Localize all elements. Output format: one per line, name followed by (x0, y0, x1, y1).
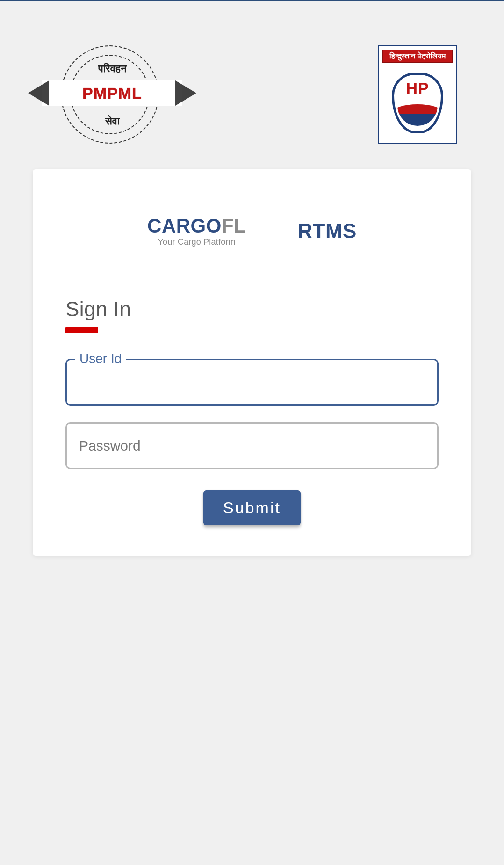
password-input[interactable] (65, 422, 439, 469)
userid-field-wrap: User Id (65, 359, 439, 406)
pmpml-top-text: परिवहन (47, 63, 178, 75)
hp-header-text: हिन्दुस्तान पेट्रोलियम (382, 50, 453, 63)
submit-row: Submit (65, 490, 439, 525)
pmpml-bottom-text: सेवा (47, 115, 178, 127)
pmpml-band-text: PMPML (82, 84, 142, 102)
page: परिवहन PMPML सेवा हिन्दुस्तान पेट्रोलियम… (0, 1, 504, 556)
login-card: CARGOFL Your Cargo Platform RTMS Sign In… (33, 169, 471, 556)
signin-heading: Sign In (65, 298, 439, 321)
header-logos: परिवहन PMPML सेवा हिन्दुस्तान पेट्रोलियम… (33, 1, 471, 165)
rtms-title: RTMS (297, 219, 357, 243)
hp-shield-icon: HP (392, 73, 443, 133)
signin-heading-wrap: Sign In (65, 298, 439, 333)
brand-row: CARGOFL Your Cargo Platform RTMS (65, 216, 439, 246)
cargofl-prefix: CARGO (147, 215, 222, 237)
signin-underline (65, 327, 98, 333)
cargofl-logo: CARGOFL Your Cargo Platform (147, 216, 246, 246)
pmpml-band: PMPML (42, 80, 182, 106)
cargofl-suffix: FL (222, 215, 246, 237)
password-field-wrap (65, 422, 439, 469)
pmpml-logo: परिवहन PMPML सेवा (47, 43, 178, 146)
cargofl-tagline: Your Cargo Platform (147, 238, 246, 246)
hp-mark-text: HP (392, 79, 443, 97)
userid-label: User Id (75, 351, 126, 366)
hp-logo: हिन्दुस्तान पेट्रोलियम HP (378, 45, 457, 144)
submit-button[interactable]: Submit (203, 490, 301, 525)
